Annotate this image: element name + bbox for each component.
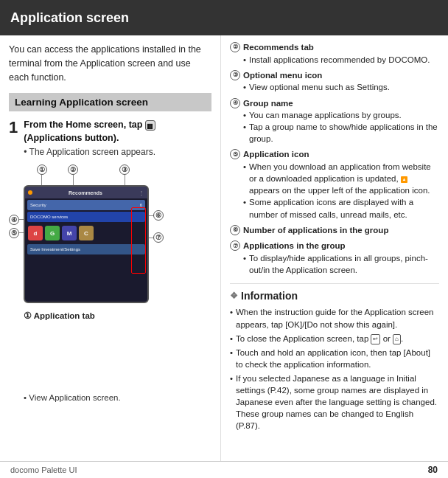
- note-a: ① Application tab: [24, 311, 95, 321]
- list-item-7: ⑦ Applications in the group To display/h…: [230, 240, 439, 276]
- phone-group-security: Security 6: [27, 200, 145, 210]
- intro-text: You can access the applications installe…: [9, 43, 211, 84]
- callout-1: ①: [37, 164, 47, 175]
- phone-docomo-label: DOCOMO services: [30, 215, 68, 219]
- phone-group-save-label: Save Investment/Settings: [30, 247, 80, 252]
- line-5: [19, 232, 24, 233]
- item-5-sub-2: Some application icons are displayed wit…: [243, 196, 439, 220]
- num-5: ⑤: [230, 149, 240, 159]
- item-4-sub-2: Tap a group name to show/hide applicatio…: [243, 121, 439, 145]
- item-7-sub-1: To display/hide applications in all grou…: [243, 252, 439, 276]
- line-2: [73, 175, 74, 185]
- step-1: 1 From the Home screen, tap ▦ (Applicati…: [9, 119, 211, 159]
- info-item-1: When the instruction guide for the Appli…: [230, 306, 439, 330]
- item-2-sub-1: Install applications recommended by DOCO…: [243, 54, 439, 66]
- item-2-subs: Install applications recommended by DOCO…: [243, 54, 439, 66]
- callout-4: ④: [9, 215, 19, 225]
- phone-group-count: 6: [140, 203, 142, 207]
- home-icon: ▦: [145, 120, 155, 131]
- info-item-2: To close the Application screen, tap ↩ o…: [230, 333, 439, 344]
- info-title: ❖ Information: [230, 288, 439, 303]
- list-item-3: ③ Optional menu icon View optional menu …: [230, 69, 439, 94]
- step-number: 1: [9, 119, 18, 159]
- item-4-sub-1: You can manage applications by groups.: [243, 109, 439, 121]
- line-7: [149, 238, 153, 238]
- list-item-2: ② Recommends tab Install applications re…: [230, 41, 439, 66]
- num-6: ⑥: [230, 225, 240, 235]
- left-column: You can access the applications installe…: [0, 35, 221, 461]
- information-section: ❖ Information When the instruction guide…: [230, 283, 439, 432]
- list-item-4: ④ Group name You can manage applications…: [230, 97, 439, 145]
- item-7-title: Applications in the group: [243, 240, 439, 252]
- num-4: ④: [230, 98, 240, 108]
- callout-6: ⑥: [153, 210, 164, 221]
- item-2-title: Recommends tab: [243, 41, 439, 54]
- callout-5: ⑤: [9, 228, 19, 238]
- status-dot: [28, 190, 32, 195]
- step-desc: • The Application screen appears.: [24, 146, 211, 159]
- num-3: ③: [230, 70, 240, 80]
- phone-tab-label: Recommends: [34, 190, 137, 195]
- item-5-title: Application icon: [243, 148, 439, 161]
- item-4-subs: You can manage applications by groups. T…: [243, 109, 439, 145]
- info-title-text: Information: [241, 288, 298, 303]
- num-2: ②: [230, 42, 240, 52]
- item-3-sub-1: View optional menu such as Settings.: [243, 81, 439, 93]
- item-3-content: Optional menu icon View optional menu su…: [243, 69, 439, 94]
- features-list: ② Recommends tab Install applications re…: [230, 41, 439, 276]
- note-a-label: ① Application tab: [24, 311, 95, 320]
- update-icon: ▲: [401, 176, 407, 183]
- list-item-6: ⑥ Number of applications in the group: [230, 224, 439, 237]
- note-a-desc: • View Application screen.: [24, 393, 211, 402]
- phone-topbar: Recommends ⋮: [25, 187, 147, 198]
- item-3-subs: View optional menu such as Settings.: [243, 81, 439, 93]
- phone-mockup: Recommends ⋮ Security 6 DOCOMO services: [24, 185, 149, 303]
- page-header: Application screen: [0, 0, 448, 35]
- phone-group-save: Save Investment/Settings: [27, 244, 145, 254]
- back-icon: ↩: [371, 334, 380, 344]
- page-footer: docomo Palette UI 80: [0, 461, 448, 478]
- item-5-content: Application icon When you download an ap…: [243, 148, 439, 220]
- item-5-sub-1: When you download an application from we…: [243, 161, 439, 196]
- main-content: You can access the applications installe…: [0, 35, 448, 461]
- right-column: ② Recommends tab Install applications re…: [221, 35, 448, 461]
- page-container: Application screen You can access the ap…: [0, 0, 448, 478]
- phone-group-docomo: DOCOMO services: [27, 212, 145, 222]
- item-4-content: Group name You can manage applications b…: [243, 97, 439, 145]
- item-4-title: Group name: [243, 97, 439, 110]
- info-item-3: Touch and hold an application icon, then…: [230, 347, 439, 370]
- app-icon-d: d: [28, 226, 43, 240]
- callout-7: ⑦: [153, 232, 164, 243]
- line-6: [149, 215, 153, 216]
- item-5-subs: When you download an application from we…: [243, 161, 439, 220]
- item-6-title: Number of applications in the group: [243, 224, 439, 237]
- footer-brand: docomo Palette UI: [10, 465, 77, 474]
- app-icon-c: C: [79, 226, 94, 240]
- home-icon-2: ⌂: [393, 334, 401, 344]
- item-7-content: Applications in the group To display/hid…: [243, 240, 439, 276]
- phone-illustration: ① ② ③ Recommends ⋮ Secu: [9, 164, 200, 319]
- diamond-icon: ❖: [230, 290, 238, 302]
- line-1: [41, 175, 42, 185]
- info-item-4: If you selected Japanese as a language i…: [230, 373, 439, 432]
- item-6-content: Number of applications in the group: [243, 224, 439, 237]
- callout-2: ②: [68, 164, 78, 175]
- item-7-subs: To display/hide applications in all grou…: [243, 252, 439, 276]
- phone-menu-icon: ⋮: [139, 190, 144, 196]
- list-item-5: ⑤ Application icon When you download an …: [230, 148, 439, 220]
- num-7: ⑦: [230, 240, 240, 251]
- phone-group-label: Security: [30, 203, 46, 207]
- app-icon-m: M: [62, 226, 77, 240]
- info-list: When the instruction guide for the Appli…: [230, 306, 439, 432]
- item-2-content: Recommends tab Install applications reco…: [243, 41, 439, 66]
- step-content: From the Home screen, tap ▦ (Application…: [24, 119, 211, 159]
- step-title: From the Home screen, tap ▦ (Application…: [24, 119, 211, 145]
- section-title: Learning Application screen: [9, 93, 211, 111]
- line-4: [19, 219, 24, 220]
- line-3: [125, 175, 125, 185]
- phone-app-icons: d G M C: [25, 224, 147, 243]
- page-title: Application screen: [10, 10, 129, 26]
- app-icon-g: G: [45, 226, 60, 240]
- footer-page: 80: [428, 465, 438, 475]
- item-3-title: Optional menu icon: [243, 69, 439, 82]
